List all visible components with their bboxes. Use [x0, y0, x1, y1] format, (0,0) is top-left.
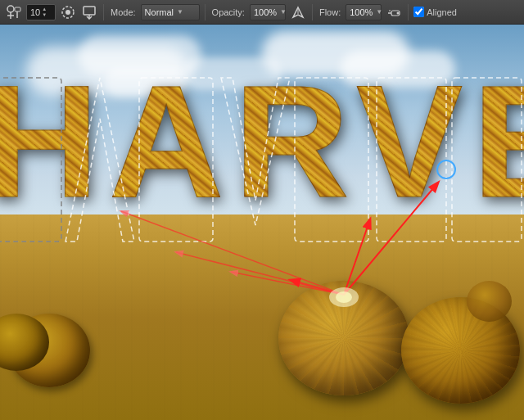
brush-download-icon[interactable] — [80, 3, 98, 21]
brush-preset-icon[interactable] — [59, 3, 77, 21]
flow-label: Flow: — [319, 7, 341, 17]
svg-rect-7 — [84, 7, 95, 15]
opacity-dropdown[interactable]: 100% ▼ — [250, 4, 286, 20]
airbrush-icon[interactable] — [385, 3, 403, 21]
cloud-5 — [341, 51, 455, 88]
aligned-checkbox[interactable] — [413, 7, 424, 17]
aligned-checkbox-label[interactable]: Aligned — [413, 7, 457, 17]
canvas-area[interactable]: HARVEST @keyframes march { to { stroke-d… — [0, 25, 524, 420]
separator3 — [312, 4, 313, 20]
brush-size-input[interactable]: 10 ▲ ▼ — [26, 4, 56, 20]
svg-point-0 — [7, 6, 14, 12]
cloud-6 — [105, 68, 187, 97]
opacity-label: Opacity: — [212, 7, 245, 17]
sky-background — [0, 25, 524, 242]
separator2 — [205, 4, 206, 20]
hay-bale-center — [278, 281, 409, 395]
flow-chevron: ▼ — [376, 8, 382, 16]
toolbar: 10 ▲ ▼ Mode: Normal ▼ Opacity: 100% ▼ — [0, 0, 524, 25]
svg-rect-3 — [15, 7, 20, 11]
pressure-opacity-icon[interactable] — [289, 3, 307, 21]
clone-stamp-icon[interactable] — [5, 3, 23, 21]
separator4 — [408, 4, 409, 20]
mode-label: Mode: — [111, 7, 136, 17]
svg-point-6 — [66, 10, 70, 15]
opacity-chevron: ▼ — [280, 8, 287, 16]
flow-dropdown[interactable]: 100% ▼ — [346, 4, 382, 20]
separator — [103, 4, 104, 20]
hay-bale-distant-right — [467, 281, 512, 322]
mode-chevron: ▼ — [177, 8, 183, 16]
svg-point-13 — [397, 11, 400, 14]
mode-dropdown[interactable]: Normal ▼ — [141, 4, 200, 20]
